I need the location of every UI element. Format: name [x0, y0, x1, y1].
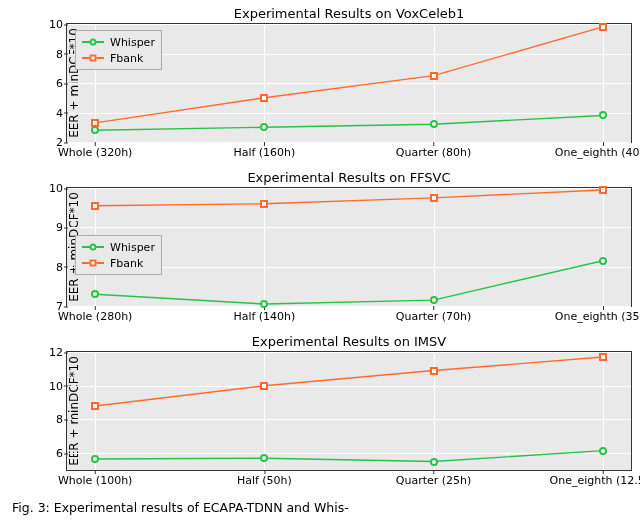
- y-tick-label: 4: [35, 106, 63, 119]
- circle-marker: [260, 454, 268, 462]
- circle-marker: [599, 111, 607, 119]
- x-tick-label: Quarter (80h): [396, 146, 472, 159]
- chart-panel: Experimental Results on FFSVCEER + minDC…: [66, 170, 632, 330]
- chart-title: Experimental Results on FFSVC: [66, 170, 632, 185]
- x-tick-label: Quarter (70h): [396, 310, 472, 323]
- circle-marker: [430, 458, 438, 466]
- legend-item: Whisper: [82, 34, 155, 50]
- legend-item: Whisper: [82, 239, 155, 255]
- legend-label: Whisper: [110, 36, 155, 49]
- square-marker: [430, 194, 438, 202]
- legend-item: Fbank: [82, 255, 155, 271]
- legend-label: Whisper: [110, 241, 155, 254]
- square-marker: [430, 367, 438, 375]
- square-marker: [91, 202, 99, 210]
- x-tick-label: Half (50h): [237, 474, 292, 487]
- circle-marker: [599, 447, 607, 455]
- legend-label: Fbank: [110, 257, 143, 270]
- y-tick-label: 9: [35, 221, 63, 234]
- chart-stack: Experimental Results on VoxCeleb1EER + m…: [8, 6, 632, 494]
- plot-area: EER + minDCF*10246810Whole (320h)Half (1…: [66, 23, 632, 143]
- circle-marker: [91, 455, 99, 463]
- circle-marker: [599, 257, 607, 265]
- square-marker: [260, 382, 268, 390]
- x-tick-label: One_eighth (40h): [555, 146, 640, 159]
- chart-title: Experimental Results on IMSV: [66, 334, 632, 349]
- circle-marker: [260, 123, 268, 131]
- circle-marker: [260, 300, 268, 308]
- x-tick-label: Half (160h): [233, 146, 295, 159]
- y-tick-label: 8: [35, 260, 63, 273]
- chart-panel: Experimental Results on IMSVEER + minDCF…: [66, 334, 632, 494]
- y-tick-label: 8: [35, 413, 63, 426]
- circle-marker: [91, 290, 99, 298]
- y-tick-label: 10: [35, 182, 63, 195]
- square-marker: [430, 72, 438, 80]
- y-tick-label: 6: [35, 77, 63, 90]
- plot-area: EER + minDCF*1078910Whole (280h)Half (14…: [66, 187, 632, 307]
- square-marker: [599, 186, 607, 194]
- x-tick-label: Whole (320h): [58, 146, 132, 159]
- y-tick-label: 10: [35, 18, 63, 31]
- y-tick-label: 12: [35, 346, 63, 359]
- square-marker: [260, 200, 268, 208]
- x-tick-label: One_eighth (12.5h): [550, 474, 640, 487]
- figure-caption: Fig. 3: Experimental results of ECAPA-TD…: [8, 500, 632, 515]
- square-marker: [599, 23, 607, 31]
- chart-panel: Experimental Results on VoxCeleb1EER + m…: [66, 6, 632, 166]
- x-tick-label: Quarter (25h): [396, 474, 472, 487]
- circle-marker: [430, 296, 438, 304]
- x-tick-label: Whole (280h): [58, 310, 132, 323]
- x-tick-label: One_eighth (35h): [555, 310, 640, 323]
- x-tick-label: Half (140h): [233, 310, 295, 323]
- legend: WhisperFbank: [75, 30, 162, 70]
- square-marker: [599, 353, 607, 361]
- chart-title: Experimental Results on VoxCeleb1: [66, 6, 632, 21]
- circle-marker: [91, 126, 99, 134]
- legend-label: Fbank: [110, 52, 143, 65]
- y-tick-label: 10: [35, 379, 63, 392]
- square-marker: [91, 402, 99, 410]
- square-marker: [91, 119, 99, 127]
- x-tick-label: Whole (100h): [58, 474, 132, 487]
- circle-marker: [430, 120, 438, 128]
- square-marker: [260, 94, 268, 102]
- y-tick-label: 8: [35, 47, 63, 60]
- y-tick-label: 6: [35, 447, 63, 460]
- legend-item: Fbank: [82, 50, 155, 66]
- plot-area: EER + minDCF*10681012Whole (100h)Half (5…: [66, 351, 632, 471]
- legend: WhisperFbank: [75, 235, 162, 275]
